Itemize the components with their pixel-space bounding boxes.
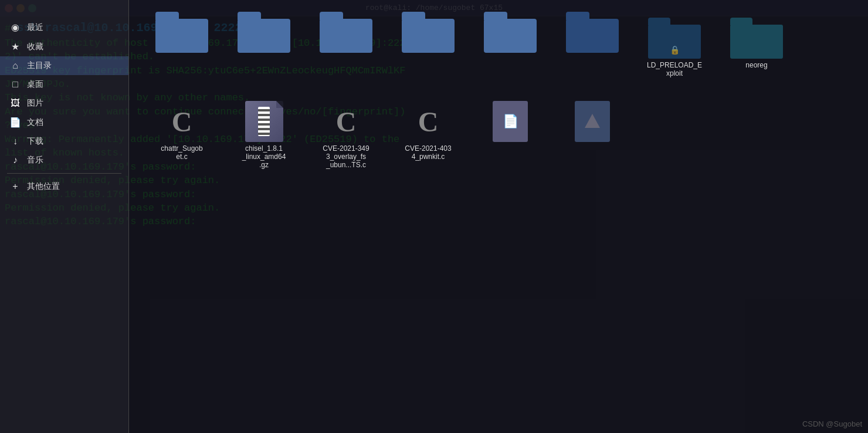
file-name-chisel: chisel_1.8.1_linux_amd64.gz: [242, 144, 286, 169]
archive-shape: [245, 101, 283, 142]
file-manager-overlay: ◉ 最近 ★ 收藏 ⌂ 主目录 □ 桌面 🖼 图片 📄 文档 ↓ 下载 ♪: [0, 0, 868, 433]
star-icon: ★: [9, 41, 21, 52]
pictures-icon: 🖼: [9, 98, 21, 109]
folder-item-3[interactable]: [311, 12, 381, 77]
music-icon: ♪: [9, 155, 21, 165]
folder-item-6[interactable]: [557, 12, 628, 77]
home-icon: ⌂: [9, 60, 21, 71]
file-grid: 🔒 LD_PRELOAD_Exploit neoreg C chattr_Sug…: [129, 0, 868, 181]
folder-icon-1: [155, 12, 208, 53]
folder-item-1[interactable]: [147, 12, 217, 77]
sidebar-item-pictures[interactable]: 🖼 图片: [0, 94, 128, 113]
file-name-cve4034: CVE-2021-4034_pwnkit.c: [405, 144, 451, 161]
sidebar-label-docs: 文档: [27, 117, 43, 128]
downloads-icon: ↓: [9, 136, 21, 147]
sidebar-item-docs[interactable]: 📄 文档: [0, 113, 128, 132]
sidebar-item-home[interactable]: ⌂ 主目录: [0, 56, 128, 75]
c-file-icon-cve4034: C: [408, 101, 449, 142]
sidebar-item-other[interactable]: + 其他位置: [0, 177, 128, 196]
folder-lock-icon: 🔒: [670, 45, 680, 55]
folder-item-4[interactable]: [393, 12, 463, 77]
sidebar-label-music: 音乐: [27, 155, 43, 165]
file-bottom-1[interactable]: 📄: [475, 101, 545, 169]
sidebar-label-recent: 最近: [27, 22, 43, 33]
generic-file-shape: 📄: [493, 101, 528, 142]
sidebar-item-music[interactable]: ♪ 音乐: [0, 151, 128, 170]
file-manager-main: 🔒 LD_PRELOAD_Exploit neoreg C chattr_Sug…: [129, 0, 868, 433]
folder-icon-6: [566, 12, 619, 53]
folder-item-5[interactable]: [475, 12, 545, 77]
sidebar-label-pictures: 图片: [27, 98, 43, 109]
file-bottom-2[interactable]: [557, 101, 628, 169]
file-icon-bottom1: 📄: [490, 101, 531, 142]
file-manager-sidebar: ◉ 最近 ★ 收藏 ⌂ 主目录 □ 桌面 🖼 图片 📄 文档 ↓ 下载 ♪: [0, 0, 129, 433]
folder-neoreg[interactable]: neoreg: [721, 18, 792, 77]
file-cve-4034[interactable]: C CVE-2021-4034_pwnkit.c: [393, 101, 463, 169]
folder-icon-3: [320, 12, 372, 53]
folder-ld-preload[interactable]: 🔒 LD_PRELOAD_Exploit: [639, 18, 710, 77]
sidebar-separator: [7, 173, 121, 174]
folder-icon-ld: 🔒: [648, 18, 701, 59]
file-chisel[interactable]: chisel_1.8.1_linux_amd64.gz: [229, 101, 299, 169]
folder-icon-neoreg: [730, 18, 783, 59]
folder-icon-4: [402, 12, 455, 53]
sidebar-item-starred[interactable]: ★ 收藏: [0, 37, 128, 56]
sidebar-label-starred: 收藏: [27, 42, 43, 52]
c-icon-2: C: [336, 106, 357, 138]
sidebar-label-downloads: 下载: [27, 136, 43, 147]
sidebar-label-desktop: 桌面: [27, 79, 43, 90]
file-chattr[interactable]: C chattr_Sugobet.c: [147, 101, 217, 169]
sidebar-label-other: 其他位置: [27, 181, 60, 192]
sidebar-item-downloads[interactable]: ↓ 下载: [0, 132, 128, 151]
folder-icon-5: [484, 12, 537, 53]
svg-marker-0: [585, 114, 600, 128]
c-file-icon-cve3493: C: [326, 101, 367, 142]
archive-stripe: [258, 107, 270, 136]
file-name-chattr: chattr_Sugobet.c: [161, 144, 202, 161]
docs-icon: 📄: [9, 117, 21, 128]
csdn-watermark: CSDN @Sugobet: [802, 420, 862, 428]
desktop-icon: □: [9, 79, 21, 90]
archive-icon-chisel: [243, 101, 284, 142]
sidebar-item-recent[interactable]: ◉ 最近: [0, 18, 128, 37]
sidebar-item-desktop[interactable]: □ 桌面: [0, 75, 128, 94]
c-icon-3: C: [418, 106, 439, 138]
generic-file-shape-2: [575, 101, 610, 142]
file-icon-bottom2: [572, 101, 613, 142]
other-icon: +: [9, 181, 21, 192]
folder-name-ld: LD_PRELOAD_Exploit: [647, 61, 702, 77]
file-name-cve3493: CVE-2021-3493_overlay_fs_ubun...TS.c: [323, 144, 369, 169]
c-icon: C: [172, 106, 192, 138]
recent-icon: ◉: [9, 22, 21, 33]
sidebar-label-home: 主目录: [27, 60, 52, 71]
folder-item-2[interactable]: [229, 12, 299, 77]
c-file-icon-chattr: C: [161, 101, 202, 142]
folder-icon-2: [238, 12, 290, 53]
folder-name-neoreg: neoreg: [745, 61, 767, 69]
file-cve-3493[interactable]: C CVE-2021-3493_overlay_fs_ubun...TS.c: [311, 101, 381, 169]
